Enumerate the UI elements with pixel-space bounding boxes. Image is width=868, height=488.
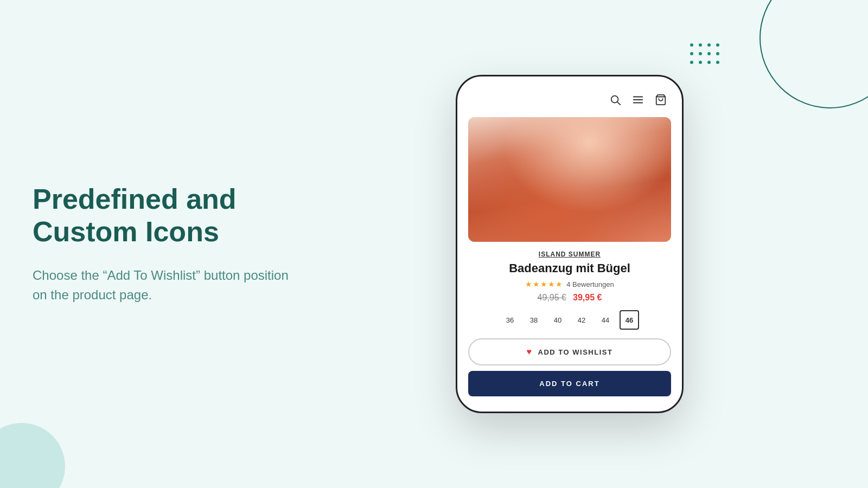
product-name: Badeanzug mit Bügel <box>468 261 671 275</box>
cart-icon[interactable] <box>655 94 667 108</box>
dot <box>690 61 693 64</box>
size-38[interactable]: 38 <box>524 310 544 330</box>
dot <box>690 52 693 55</box>
size-46[interactable]: 46 <box>620 310 639 330</box>
price-sale: 39,95 € <box>573 293 602 303</box>
dot <box>707 61 711 64</box>
size-42[interactable]: 42 <box>572 310 591 330</box>
price-row: 49,95 € 39,95 € <box>468 293 671 303</box>
menu-icon[interactable] <box>632 94 644 108</box>
add-to-wishlist-button[interactable]: ♥ ADD TO WISHLIST <box>468 338 671 365</box>
add-to-cart-button[interactable]: ADD TO CART <box>468 371 671 396</box>
dot <box>707 43 711 47</box>
star-icons: ★★★★★ <box>525 280 563 288</box>
phone-nav <box>457 89 682 117</box>
page-subtext: Choose the “Add To Wishlist” button posi… <box>33 266 304 305</box>
dot <box>716 43 719 47</box>
dots-decoration <box>690 43 722 66</box>
dot <box>716 61 719 64</box>
dot <box>690 43 693 47</box>
sizes-row[interactable]: 36 38 40 42 44 46 <box>468 310 671 330</box>
phone-mockup: ISLAND SUMMER Badeanzug mit Bügel ★★★★★ … <box>456 75 684 413</box>
page-heading: Predefined and Custom Icons <box>33 183 304 248</box>
product-image-overlay <box>468 117 671 242</box>
dot <box>716 52 719 55</box>
price-original: 49,95 € <box>538 293 566 303</box>
left-text-section: Predefined and Custom Icons Choose the “… <box>33 183 304 305</box>
decorative-circle-bottom-left <box>0 423 65 488</box>
ratings-row: ★★★★★ 4 Bewertungen <box>468 280 671 288</box>
dot <box>699 61 702 64</box>
product-brand: ISLAND SUMMER <box>468 251 671 258</box>
size-44[interactable]: 44 <box>596 310 615 330</box>
decorative-circle-top-right <box>760 0 868 108</box>
product-image <box>468 117 671 242</box>
size-36[interactable]: 36 <box>500 310 520 330</box>
heart-icon: ♥ <box>527 347 533 357</box>
ratings-count: 4 Bewertungen <box>566 280 614 288</box>
size-40[interactable]: 40 <box>548 310 567 330</box>
dot <box>707 52 711 55</box>
dot <box>699 52 702 55</box>
svg-line-1 <box>617 102 620 105</box>
wishlist-button-label: ADD TO WISHLIST <box>538 348 613 356</box>
search-icon[interactable] <box>609 94 621 108</box>
product-info: ISLAND SUMMER Badeanzug mit Bügel ★★★★★ … <box>457 242 682 412</box>
phone-frame: ISLAND SUMMER Badeanzug mit Bügel ★★★★★ … <box>456 75 684 413</box>
dot <box>699 43 702 47</box>
